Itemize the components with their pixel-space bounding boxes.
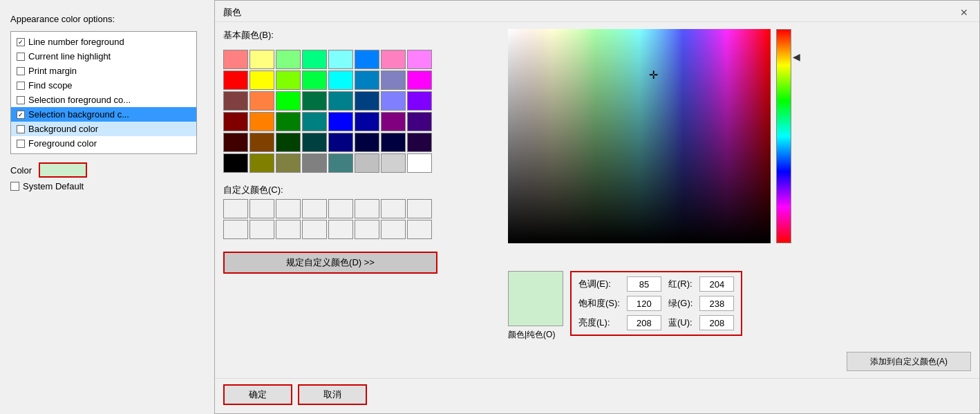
color-list-item-print-margin[interactable]: Print margin (11, 64, 196, 78)
basic-color-swatch-21[interactable] (355, 91, 379, 111)
red-input[interactable] (699, 276, 734, 292)
checkbox-selection-fg[interactable] (17, 96, 25, 104)
color-list-item-background-color[interactable]: Background color (11, 122, 196, 136)
custom-color-swatch-10[interactable] (276, 220, 301, 239)
custom-color-swatch-13[interactable] (355, 220, 379, 239)
basic-color-swatch-14[interactable] (381, 70, 406, 90)
basic-color-swatch-10[interactable] (276, 70, 301, 90)
custom-color-swatch-14[interactable] (381, 220, 406, 239)
custom-color-swatch-9[interactable] (249, 220, 274, 239)
basic-color-swatch-7[interactable] (407, 50, 432, 69)
color-spectrum-box[interactable]: ✛ (508, 29, 771, 243)
basic-color-swatch-6[interactable] (381, 50, 406, 69)
basic-color-swatch-27[interactable] (302, 112, 327, 131)
hue-input[interactable] (627, 276, 661, 292)
custom-color-swatch-8[interactable] (223, 220, 248, 239)
basic-color-swatch-25[interactable] (249, 112, 274, 131)
dialog-close-button[interactable]: ✕ (957, 7, 971, 18)
basic-color-swatch-36[interactable] (328, 133, 353, 152)
basic-color-swatch-1[interactable] (249, 50, 274, 69)
basic-color-swatch-45[interactable] (355, 153, 379, 173)
sat-input[interactable] (627, 296, 661, 311)
define-custom-colors-button[interactable]: 规定自定义颜色(D) >> (223, 252, 437, 274)
basic-color-swatch-28[interactable] (328, 112, 353, 131)
basic-color-swatch-30[interactable] (381, 112, 406, 131)
custom-color-swatch-1[interactable] (249, 199, 274, 218)
basic-color-swatch-19[interactable] (302, 91, 327, 111)
basic-color-swatch-35[interactable] (302, 133, 327, 152)
color-list-item-find-scope[interactable]: Find scope (11, 78, 196, 93)
color-option-list: Line number foregroundCurrent line highl… (10, 31, 197, 154)
cancel-button[interactable]: 取消 (298, 384, 367, 405)
basic-color-swatch-0[interactable] (223, 50, 248, 69)
basic-color-swatch-29[interactable] (355, 112, 379, 131)
basic-color-swatch-2[interactable] (276, 50, 301, 69)
custom-color-swatch-3[interactable] (302, 199, 327, 218)
green-input[interactable] (699, 296, 734, 311)
basic-color-swatch-9[interactable] (249, 70, 274, 90)
custom-color-swatch-12[interactable] (328, 220, 353, 239)
basic-color-swatch-42[interactable] (276, 153, 301, 173)
custom-color-swatch-11[interactable] (302, 220, 327, 239)
custom-color-swatch-6[interactable] (381, 199, 406, 218)
blue-input[interactable] (699, 315, 734, 330)
basic-color-swatch-24[interactable] (223, 112, 248, 131)
hue-label: 色调(E): (578, 278, 620, 290)
checkbox-find-scope[interactable] (17, 82, 25, 90)
color-list-item-selection-bg[interactable]: Selection background c... (11, 107, 196, 122)
color-list-item-current-line-highlight[interactable]: Current line highlight (11, 49, 196, 64)
checkbox-background-color[interactable] (17, 125, 25, 133)
checkbox-print-margin[interactable] (17, 67, 25, 75)
ok-button[interactable]: 确定 (223, 384, 292, 405)
basic-color-swatch-32[interactable] (223, 133, 248, 152)
color-list-item-foreground-color[interactable]: Foreground color (11, 136, 196, 151)
basic-color-swatch-33[interactable] (249, 133, 274, 152)
color-list-item-selection-fg[interactable]: Selection foreground co... (11, 93, 196, 107)
basic-color-swatch-16[interactable] (223, 91, 248, 111)
basic-color-swatch-23[interactable] (407, 91, 432, 111)
checkbox-current-line-highlight[interactable] (17, 53, 25, 61)
lum-input[interactable] (627, 315, 661, 330)
basic-color-swatch-43[interactable] (302, 153, 327, 173)
basic-color-swatch-37[interactable] (355, 133, 379, 152)
basic-color-swatch-47[interactable] (407, 153, 432, 173)
basic-color-swatch-40[interactable] (223, 153, 248, 173)
basic-color-swatch-26[interactable] (276, 112, 301, 131)
basic-color-swatch-8[interactable] (223, 70, 248, 90)
basic-color-swatch-3[interactable] (302, 50, 327, 69)
basic-color-swatch-38[interactable] (381, 133, 406, 152)
custom-colors-section: 自定义颜色(C): (223, 184, 500, 239)
color-preview-box[interactable] (39, 162, 87, 178)
basic-color-swatch-22[interactable] (381, 91, 406, 111)
basic-color-swatch-12[interactable] (328, 70, 353, 90)
checkbox-selection-bg[interactable] (17, 111, 25, 119)
custom-color-swatch-15[interactable] (407, 220, 432, 239)
basic-color-swatch-20[interactable] (328, 91, 353, 111)
basic-color-swatch-44[interactable] (328, 153, 353, 173)
basic-color-swatch-34[interactable] (276, 133, 301, 152)
basic-color-swatch-4[interactable] (328, 50, 353, 69)
basic-color-swatch-41[interactable] (249, 153, 274, 173)
custom-colors-grid (223, 199, 500, 239)
custom-color-swatch-0[interactable] (223, 199, 248, 218)
basic-color-swatch-15[interactable] (407, 70, 432, 90)
custom-color-swatch-5[interactable] (355, 199, 379, 218)
basic-color-swatch-18[interactable] (276, 91, 301, 111)
basic-color-swatch-46[interactable] (381, 153, 406, 173)
basic-color-swatch-11[interactable] (302, 70, 327, 90)
color-list-item-line-number-fg[interactable]: Line number foreground (11, 35, 196, 49)
custom-color-swatch-2[interactable] (276, 199, 301, 218)
checkbox-foreground-color[interactable] (17, 140, 25, 148)
basic-color-swatch-31[interactable] (407, 112, 432, 131)
basic-color-swatch-17[interactable] (249, 91, 274, 111)
checkbox-line-number-fg[interactable] (17, 38, 25, 46)
basic-color-swatch-5[interactable] (355, 50, 379, 69)
basic-color-swatch-13[interactable] (355, 70, 379, 90)
custom-color-swatch-7[interactable] (407, 199, 432, 218)
basic-color-swatch-39[interactable] (407, 133, 432, 152)
custom-color-swatch-4[interactable] (328, 199, 353, 218)
add-to-custom-button[interactable]: 添加到自定义颜色(A) (847, 352, 971, 371)
hue-strip[interactable]: ◀ (776, 29, 791, 243)
spectrum-black-overlay (508, 29, 771, 243)
system-default-checkbox[interactable] (10, 182, 19, 191)
